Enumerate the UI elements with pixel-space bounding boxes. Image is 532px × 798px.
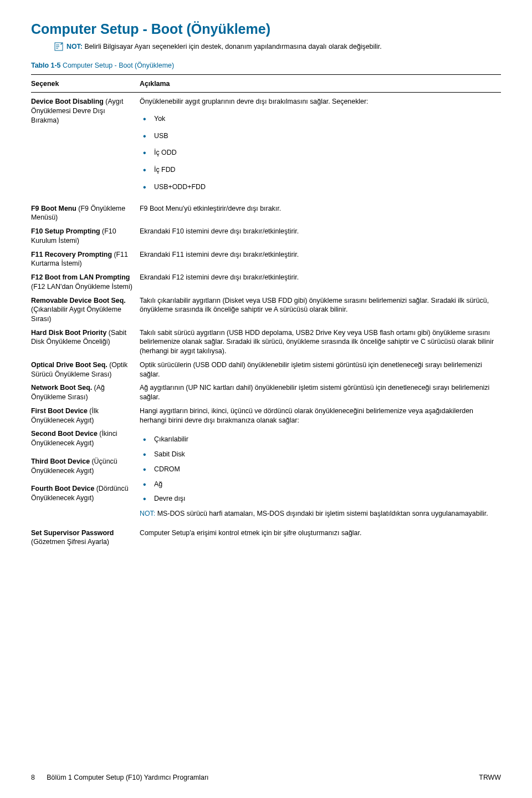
list-item: Sabit Disk (140, 450, 501, 459)
list-item: İç ODD (140, 148, 501, 157)
option-desc: Önyüklenebilir aygıt gruplarının devre d… (140, 97, 501, 199)
option-name: First Boot Device (İlk Önyüklenecek Aygı… (31, 406, 140, 425)
note-icon (54, 42, 66, 53)
option-rest: (F12 LAN'dan Önyükleme İstemi) (31, 283, 132, 291)
table-row: F11 Recovery Prompting (F11 Kurtarma İst… (31, 250, 501, 268)
table-row: Set Supervisor Password (Gözetmen Şifres… (31, 528, 501, 547)
list-item: Çıkarılabilir (140, 435, 501, 444)
option-desc: Takılı çıkarılabilir aygıtların (Disket … (140, 296, 501, 314)
desc-lead: Önyüklenebilir aygıt gruplarının devre d… (140, 98, 369, 105)
option-desc: Computer Setup'a erişimi kontrol etmek i… (140, 528, 501, 538)
table-row: F9 Boot Menu (F9 Önyükleme Menüsü) F9 Bo… (31, 204, 501, 222)
option-bold: F11 Recovery Prompting (31, 251, 112, 258)
table-row-group: Second Boot Device (İkinci Önyüklenecek … (31, 429, 501, 518)
option-bold: Fourth Boot Device (31, 485, 94, 492)
list-item: Yok (140, 114, 501, 124)
option-list: Yok USB İç ODD İç FDD USB+ODD+FDD (140, 114, 501, 192)
option-desc-group: Çıkarılabilir Sabit Disk CDROM Ağ Devre … (140, 429, 501, 518)
option-name: Network Boot Seq. (Ağ Önyükleme Sırası) (31, 383, 140, 401)
option-name: F10 Setup Prompting (F10 Kurulum İstemi) (31, 227, 140, 245)
option-bold: Device Boot Disabling (31, 98, 104, 105)
list-item: Devre dışı (140, 494, 501, 504)
caption-text: Computer Setup - Boot (Önyükleme) (63, 62, 174, 69)
option-bold: F12 Boot from LAN Prompting (31, 273, 130, 281)
table-row: First Boot Device (İlk Önyüklenecek Aygı… (31, 406, 501, 425)
table-row: Network Boot Seq. (Ağ Önyükleme Sırası) … (31, 383, 501, 401)
option-bold: Optical Drive Boot Seq. (31, 361, 108, 369)
header-option: Seçenek (31, 79, 140, 89)
list-item: USB (140, 131, 501, 141)
list-item: CDROM (140, 465, 501, 474)
table-row: F10 Setup Prompting (F10 Kurulum İstemi)… (31, 227, 501, 245)
divider (31, 74, 501, 75)
table-header: Seçenek Açıklama (31, 79, 501, 89)
list-item: USB+ODD+FDD (140, 182, 501, 192)
boot-device-list: Çıkarılabilir Sabit Disk CDROM Ağ Devre … (140, 435, 501, 504)
option-bold: Removable Device Boot Seq. (31, 297, 126, 304)
table-row: F12 Boot from LAN Prompting (F12 LAN'dan… (31, 273, 501, 291)
option-desc: Ekrandaki F10 istemini devre dışı bırakı… (140, 227, 501, 236)
option-bold: Hard Disk Boot Priority (31, 329, 106, 337)
option-name: Hard Disk Boot Priority (Sabit Disk Önyü… (31, 328, 140, 347)
note-text: NOT: Belirli Bilgisayar Ayarı seçenekler… (66, 42, 382, 53)
option-name: F12 Boot from LAN Prompting (F12 LAN'dan… (31, 273, 140, 291)
note-label: NOT: (66, 43, 83, 50)
options-table: Seçenek Açıklama Device Boot Disabling (… (31, 79, 501, 547)
option-name: Device Boot Disabling (Aygıt Önyüklemesi… (31, 97, 140, 125)
footer-left: 8 Bölüm 1 Computer Setup (F10) Yardımcı … (31, 773, 209, 782)
table-caption: Tablo 1-5 Computer Setup - Boot (Önyükle… (31, 61, 501, 70)
page-title: Computer Setup - Boot (Önyükleme) (31, 20, 501, 39)
option-bold: F9 Boot Menu (31, 205, 76, 212)
option-name: Optical Drive Boot Seq. (Optik Sürücü Ön… (31, 360, 140, 379)
option-name: F11 Recovery Prompting (F11 Kurtarma İst… (31, 250, 140, 268)
footer: 8 Bölüm 1 Computer Setup (F10) Yardımcı … (31, 773, 501, 782)
table-row: Hard Disk Boot Priority (Sabit Disk Önyü… (31, 328, 501, 356)
list-item: Ağ (140, 480, 501, 489)
table-row: Removable Device Boot Seq. (Çıkarılabili… (31, 296, 501, 324)
option-bold: F10 Setup Prompting (31, 227, 100, 235)
option-desc: Takılı sabit sürücü aygıtların (USB HDD … (140, 328, 501, 356)
table-row: Optical Drive Boot Seq. (Optik Sürücü Ön… (31, 360, 501, 379)
option-name-group: Second Boot Device (İkinci Önyüklenecek … (31, 429, 140, 502)
option-name: F9 Boot Menu (F9 Önyükleme Menüsü) (31, 204, 140, 222)
option-bold: Set Supervisor Password (31, 529, 114, 537)
footer-right: TRWW (479, 773, 501, 782)
option-desc: F9 Boot Menu'yü etkinleştirir/devre dışı… (140, 204, 501, 214)
table-row: Device Boot Disabling (Aygıt Önyüklemesi… (31, 97, 501, 199)
page-number: 8 (31, 774, 35, 781)
option-bold: First Boot Device (31, 407, 88, 415)
inline-note-text: MS-DOS sürücü harfi atamaları, MS-DOS dı… (157, 510, 488, 517)
divider (31, 92, 501, 93)
option-desc: Ekrandaki F12 istemini devre dışı bırakı… (140, 273, 501, 282)
option-desc: Ekrandaki F11 istemini devre dışı bırakı… (140, 250, 501, 260)
option-rest: (Çıkarılabilir Aygıt Önyükleme Sırası) (31, 306, 121, 323)
option-desc: Hangi aygıtların birinci, ikinci, üçüncü… (140, 406, 501, 425)
option-bold: Second Boot Device (31, 430, 98, 438)
option-rest: (Gözetmen Şifresi Ayarla) (31, 538, 109, 546)
inline-note: NOT: MS-DOS sürücü harfi atamaları, MS-D… (140, 509, 501, 519)
inline-note-label: NOT: (140, 510, 155, 517)
list-item: İç FDD (140, 165, 501, 175)
chapter-label: Bölüm 1 Computer Setup (F10) Yardımcı Pr… (47, 774, 208, 781)
option-bold: Third Boot Device (31, 458, 90, 465)
header-description: Açıklama (140, 79, 501, 89)
option-name: Removable Device Boot Seq. (Çıkarılabili… (31, 296, 140, 324)
option-desc: Optik sürücülerin (USB ODD dahil) önyükl… (140, 360, 501, 379)
note-body-text: Belirli Bilgisayar Ayarı seçenekleri içi… (84, 43, 381, 50)
note-block: NOT: Belirli Bilgisayar Ayarı seçenekler… (54, 42, 501, 53)
option-name: Set Supervisor Password (Gözetmen Şifres… (31, 528, 140, 547)
caption-label: Tablo 1-5 (31, 62, 60, 69)
option-desc: Ağ aygıtlarının (UP NIC kartları dahil) … (140, 383, 501, 401)
option-bold: Network Boot Seq. (31, 384, 92, 392)
